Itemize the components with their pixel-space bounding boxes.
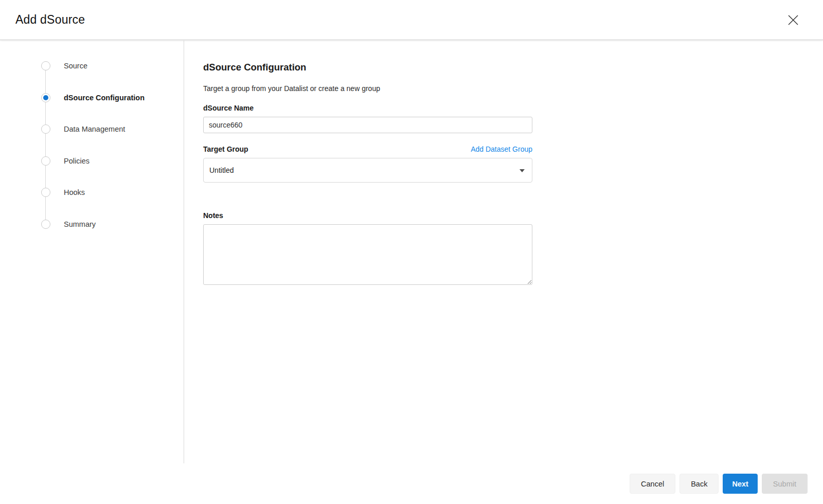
dsource-name-label: dSource Name — [203, 104, 532, 112]
close-icon — [787, 14, 799, 26]
step-circle-icon — [41, 188, 50, 197]
close-button[interactable] — [785, 12, 801, 28]
step-data-management[interactable]: Data Management — [41, 124, 184, 134]
stepper-connector-line — [45, 66, 46, 224]
dsource-configuration-form: dSource Configuration Target a group fro… — [203, 62, 532, 285]
wizard-stepper-sidebar: Source dSource Configuration Data Manage… — [0, 41, 184, 504]
step-label: Hooks — [64, 188, 85, 196]
add-dsource-dialog: Add dSource Source dSource C — [0, 0, 823, 504]
step-circle-icon — [41, 61, 50, 70]
step-circle-icon — [41, 156, 50, 166]
target-group-label-row: Target Group Add Dataset Group — [203, 145, 532, 153]
dialog-body: Source dSource Configuration Data Manage… — [0, 41, 823, 504]
chevron-down-icon — [520, 169, 525, 172]
page-title: dSource Configuration — [203, 62, 532, 73]
submit-button[interactable]: Submit — [762, 474, 808, 494]
dialog-title: Add dSource — [15, 13, 85, 27]
dialog-header: Add dSource — [0, 0, 823, 40]
step-label: Data Management — [64, 125, 125, 133]
step-label: Summary — [64, 220, 96, 228]
step-dsource-configuration[interactable]: dSource Configuration — [41, 93, 184, 102]
cancel-button[interactable]: Cancel — [630, 474, 675, 494]
main-content: dSource Configuration Target a group fro… — [184, 41, 532, 504]
dsource-name-input[interactable] — [203, 117, 532, 133]
step-source[interactable]: Source — [41, 61, 184, 70]
step-circle-active-icon — [41, 93, 50, 102]
step-label: Policies — [64, 157, 90, 165]
target-group-selected-value: Untitled — [209, 166, 234, 174]
page-subtitle: Target a group from your Datalist or cre… — [203, 84, 532, 93]
dialog-footer: Cancel Back Next Submit — [630, 474, 808, 494]
step-circle-icon — [41, 124, 50, 134]
step-summary[interactable]: Summary — [41, 220, 184, 229]
target-group-label: Target Group — [203, 145, 248, 153]
step-label: Source — [64, 62, 87, 70]
add-dataset-group-link[interactable]: Add Dataset Group — [471, 145, 532, 153]
step-label: dSource Configuration — [64, 94, 145, 102]
step-circle-icon — [41, 220, 50, 229]
target-group-select[interactable]: Untitled — [203, 158, 532, 183]
back-button[interactable]: Back — [679, 474, 719, 494]
next-button[interactable]: Next — [723, 474, 757, 494]
step-policies[interactable]: Policies — [41, 156, 184, 166]
sidebar-divider — [184, 41, 184, 463]
wizard-stepper: Source dSource Configuration Data Manage… — [0, 41, 184, 229]
notes-label: Notes — [203, 211, 532, 220]
notes-textarea[interactable] — [203, 224, 532, 285]
step-hooks[interactable]: Hooks — [41, 188, 184, 197]
